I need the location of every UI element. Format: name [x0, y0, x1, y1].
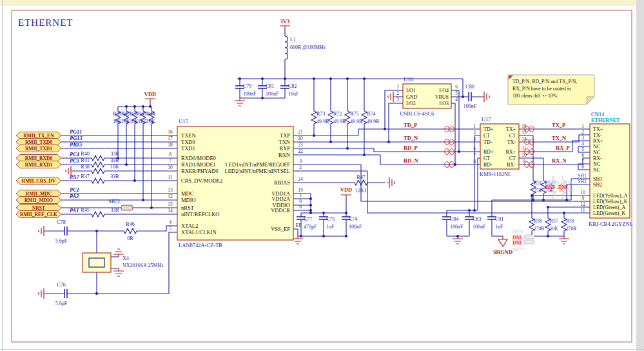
power-label-shgnd: SHGND [493, 249, 512, 256]
cap-ref: C83 [473, 216, 481, 222]
flag-label: RMII_CRS_DV [22, 178, 56, 184]
port-label: PA7 [70, 174, 79, 180]
u17-pin-number: 11 [522, 146, 526, 152]
flag-label: RMII_TXD0 [25, 139, 52, 145]
resistor-ref: R46 [126, 221, 134, 227]
u15-pin-name: TXEN [181, 132, 196, 139]
resistor-value: 10K [121, 119, 130, 125]
u17-pin-number: 6 [473, 146, 476, 152]
gnd-u16 [388, 92, 396, 102]
cn14-pin-name: LED(Green)_K [593, 210, 625, 216]
u17-pin-name: RD- [483, 162, 493, 168]
shgnd-symbol [498, 236, 507, 246]
page-title: ETHERNET [18, 17, 73, 28]
sheet-border [12, 10, 632, 342]
u15-pin-number: 7 [169, 158, 171, 164]
gnd-c79 [235, 98, 245, 106]
u17-pin-name: RX- [507, 162, 516, 168]
gnd-c80 [482, 92, 489, 102]
resistor-value: 10K [110, 164, 119, 170]
cap-ref: C75 [326, 216, 335, 222]
sb72-body [121, 205, 133, 210]
sb77-label: SB77 [512, 247, 523, 253]
flag-label: RMII_TX_EN [23, 133, 54, 139]
u15-pin-name: TXD1 [181, 145, 195, 152]
cn14-pin-number: 8 [581, 164, 584, 170]
gnd-r47 [387, 177, 395, 188]
u16-pin-number: 6 [455, 84, 458, 90]
resistor-ref: R73 [317, 111, 325, 117]
resistor-value: 49.9R [367, 119, 380, 125]
u15-pin-number: 8 [169, 152, 171, 157]
cap-value: 5.6pF [55, 238, 68, 244]
junction-dots [95, 77, 568, 295]
port-label: PC5 [70, 157, 80, 164]
cap-value: 100nF [243, 91, 257, 97]
flag-label: RMII_REF_CLK [20, 212, 57, 217]
u15-pin-number: 20 [298, 135, 303, 141]
resistor-value: 0R [127, 236, 133, 241]
u15-pin-number: EP [296, 223, 302, 228]
schematic-page: ETHERNET [0, 0, 644, 351]
u17-pin-name: CT [509, 133, 516, 139]
u15-pin-name: TXN [279, 139, 290, 145]
resistor-ref: R47 [356, 174, 365, 180]
cn14-pin-name: RX+ [593, 138, 603, 144]
resistor-value: 75R [534, 188, 542, 194]
u15-pin-number: 17 [168, 135, 173, 141]
power-label-3v3: 3V3 [280, 18, 290, 25]
u15-pin-name: LED2/nINT/nPME/nINTSEL [224, 168, 290, 174]
cap-ref: C82 [288, 83, 297, 89]
u16-pin-number: 4 [455, 97, 458, 103]
resistor-value: 33R [110, 174, 119, 179]
cn14-pin-number: SH1 [578, 173, 587, 179]
cn14-pin-name: LED(Yellow)_K [593, 199, 628, 205]
cn14-pin-name: RX- [593, 155, 602, 161]
ethernet-schematic: ETHERNET [0, 0, 644, 351]
sb76-label: SB76 [512, 229, 523, 235]
resistor-ref: R43 [138, 111, 146, 117]
u17-pin-name: TD- [483, 139, 493, 145]
resistor-r45 [90, 212, 106, 217]
resistor-ref: R41 [81, 157, 89, 163]
u15-pin-name: nINT/REFCLKO [181, 211, 220, 217]
u17-pin-name: CT [509, 155, 516, 161]
resistor-r73 [311, 110, 317, 125]
net-label-rx-p: RX_P [556, 145, 570, 151]
cn14-pin-name: SH1 [593, 176, 602, 182]
u16-pin-number: 2 [396, 90, 399, 96]
cn14-pin-name: NC [593, 161, 600, 167]
cap-ref: C84 [450, 216, 458, 222]
net-label-td-p: TD_P [404, 122, 417, 128]
u15-pin-number: 12 [168, 194, 173, 199]
gnd-c76 [39, 288, 46, 299]
x4-body [83, 253, 111, 272]
inductor-ref: L1 [290, 37, 296, 43]
port-label: PB15 [70, 141, 83, 148]
u16-part: USBLC6-4SC6 [400, 110, 434, 117]
cap-value: 1uF [326, 224, 335, 230]
u15-pin-number: 21 [298, 129, 303, 135]
cn14-name: ETHERNET [591, 117, 620, 123]
resistor-r38 [90, 168, 106, 174]
u17-pin-name: TX+ [506, 126, 516, 132]
u17-pin-name: TX- [507, 139, 516, 145]
xtal-part: NX2016SA 25MHz [122, 263, 164, 268]
cn14-pin-name: LED(Yellow)_A [593, 193, 628, 199]
u15-part: LAN8742A-CZ-TR [179, 242, 222, 248]
net-label-rd-n: RD_N [404, 157, 419, 164]
resistor-value: 33R [110, 151, 119, 157]
u15-pin-name: nRST [181, 205, 195, 211]
cap-value: 10uF [288, 91, 299, 97]
resistor-value: 1K5 [138, 119, 147, 125]
u15-pin-name: MDC [181, 190, 194, 197]
cap-ref: C74 [349, 216, 357, 222]
u15-pin-number: 1 [299, 192, 302, 198]
u16-pin-name: I/O1 [406, 88, 416, 94]
flag-label: RMII_MDC [26, 191, 52, 197]
u17-pin-number: 7 [473, 152, 476, 158]
u15-pin-name: VDDCR [271, 207, 290, 214]
u17-pin-number: 3 [473, 136, 476, 142]
resistor-r46 [122, 228, 138, 234]
note-line: TD_P/N, RD_P/N and TX_P/N, [512, 79, 578, 85]
